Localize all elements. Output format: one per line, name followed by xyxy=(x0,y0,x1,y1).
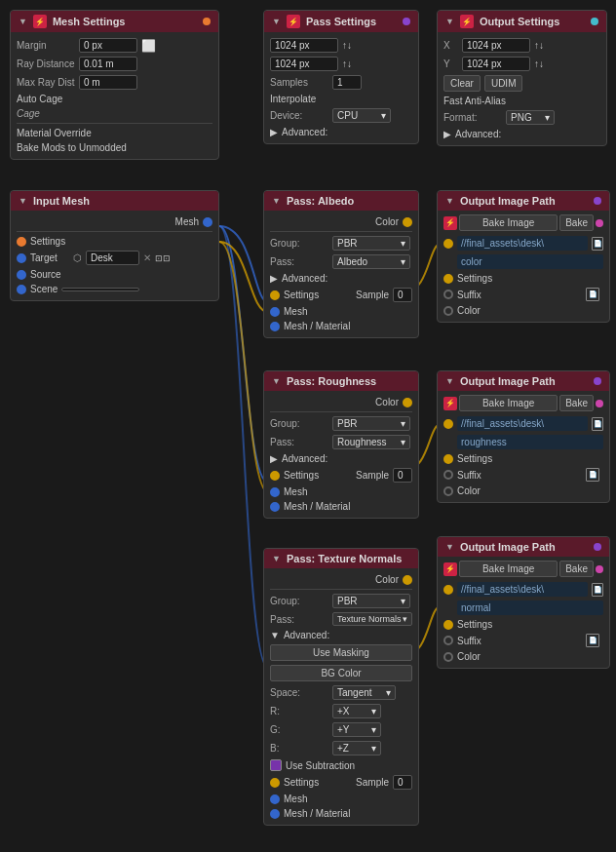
file-icon[interactable]: 📄 xyxy=(592,583,603,597)
output-advanced-arrow[interactable]: ▶ xyxy=(443,129,451,139)
path-row-2: normal xyxy=(443,599,603,617)
pass-dropdown[interactable]: Texture Normals ▾ xyxy=(332,612,412,626)
x-arrows[interactable]: ↑↓ xyxy=(534,40,544,51)
color-input-socket xyxy=(443,306,453,316)
color-socket-row: Color xyxy=(443,484,603,498)
settings-label: Settings xyxy=(284,290,352,300)
color-label: Color xyxy=(457,305,481,316)
mesh-settings-node: ▼ ⚡ Mesh Settings Margin 0 px ⬜ Ray Dist… xyxy=(10,10,219,160)
max-ray-dist-row: Max Ray Dist 0 m xyxy=(17,73,212,92)
res1-row: 1024 px ↑↓ xyxy=(270,36,412,55)
sample-input[interactable]: 0 xyxy=(393,288,412,302)
scene-input[interactable] xyxy=(61,288,139,291)
space-dropdown[interactable]: Tangent ▾ xyxy=(332,685,396,700)
settings-socket-row: Settings xyxy=(443,451,603,466)
suffix-file-icon[interactable]: 📄 xyxy=(586,634,599,647)
path-sub[interactable]: roughness xyxy=(457,435,603,449)
output-image-path-1-node: ▼ Output Image Path ⚡ Bake Image Bake //… xyxy=(437,190,610,323)
group-dropdown[interactable]: PBR ▾ xyxy=(332,594,410,608)
advanced-row: ▶ Advanced: xyxy=(270,271,412,286)
pass-dropdown[interactable]: Albedo ▾ xyxy=(332,254,410,269)
collapse-arrow[interactable]: ▼ xyxy=(19,17,27,26)
use-masking-button[interactable]: Use Masking xyxy=(270,644,412,661)
clear-button[interactable]: Clear xyxy=(443,75,481,92)
g-dropdown[interactable]: +Y ▾ xyxy=(332,722,381,737)
bake-mods-label: Bake Mods to Unmodded xyxy=(17,142,127,153)
collapse-arrow[interactable]: ▼ xyxy=(272,196,281,206)
res1-arrows[interactable]: ↑↓ xyxy=(342,40,352,51)
output-image-path-1-body: ⚡ Bake Image Bake //final_assets\desk\ 📄… xyxy=(438,211,609,322)
pass-roughness-title: Pass: Roughness xyxy=(287,375,376,387)
advanced-arrow[interactable]: ▶ xyxy=(270,453,278,464)
file-icon[interactable]: 📄 xyxy=(592,417,603,431)
advanced-arrow[interactable]: ▶ xyxy=(270,273,278,284)
pass-dropdown[interactable]: Roughness ▾ xyxy=(332,435,410,449)
res2-arrows[interactable]: ↑↓ xyxy=(342,58,352,69)
group-dropdown[interactable]: PBR ▾ xyxy=(332,236,410,251)
path-value[interactable]: //final_assets\desk\ xyxy=(457,582,588,597)
path-value[interactable]: //final_assets\desk\ xyxy=(457,416,588,431)
path-sub[interactable]: color xyxy=(457,254,603,269)
bg-color-row: BG Color xyxy=(270,663,412,683)
bake-dot xyxy=(596,565,603,573)
advanced-row: ▶ Advanced: xyxy=(270,451,412,466)
y-input[interactable]: 1024 px xyxy=(462,57,530,71)
pass-albedo-header: ▼ Pass: Albedo xyxy=(264,191,418,211)
suffix-input-socket xyxy=(443,470,453,480)
file-icon[interactable]: 📄 xyxy=(592,237,603,251)
y-arrows[interactable]: ↑↓ xyxy=(534,58,544,69)
group-dropdown[interactable]: PBR ▾ xyxy=(332,416,410,431)
margin-input[interactable]: 0 px xyxy=(79,38,137,53)
collapse-arrow[interactable]: ▼ xyxy=(445,196,454,206)
bake-image-button[interactable]: Bake Image xyxy=(459,214,558,231)
max-ray-dist-input[interactable]: 0 m xyxy=(79,75,137,90)
bake-button[interactable]: Bake xyxy=(559,214,594,231)
y-row: Y 1024 px ↑↓ xyxy=(443,55,600,73)
collapse-arrow[interactable]: ▼ xyxy=(19,196,27,206)
collapse-arrow[interactable]: ▼ xyxy=(445,17,454,26)
bake-btn-row: ⚡ Bake Image Bake xyxy=(443,561,603,577)
suffix-file-icon[interactable]: 📄 xyxy=(586,288,599,301)
output-image-path-3-header: ▼ Output Image Path xyxy=(438,537,609,557)
format-dropdown[interactable]: PNG ▾ xyxy=(506,110,555,125)
target-browse[interactable]: ⊡⊡ xyxy=(155,253,171,263)
res2-input[interactable]: 1024 px xyxy=(270,57,338,71)
samples-input[interactable]: 1 xyxy=(332,75,362,90)
use-subtraction-checkbox[interactable] xyxy=(270,759,282,771)
res1-input[interactable]: 1024 px xyxy=(270,38,338,53)
mesh-material-label: Mesh / Material xyxy=(284,808,350,819)
device-dropdown[interactable]: CPU ▾ xyxy=(332,108,391,123)
sample-input[interactable]: 0 xyxy=(393,468,412,483)
sample-input[interactable]: 0 xyxy=(393,775,412,790)
pass-roughness-node: ▼ Pass: Roughness Color Group: PBR ▾ Pas… xyxy=(263,370,419,519)
collapse-arrow[interactable]: ▼ xyxy=(272,17,281,26)
b-dropdown[interactable]: +Z ▾ xyxy=(332,741,381,755)
bg-color-button[interactable]: BG Color xyxy=(270,665,412,681)
advanced-label: Advanced: xyxy=(282,453,327,464)
collapse-arrow[interactable]: ▼ xyxy=(445,542,454,552)
advanced-arrow[interactable]: ▶ xyxy=(270,127,278,137)
res2-row: 1024 px ↑↓ xyxy=(270,55,412,73)
path-value[interactable]: //final_assets\desk\ xyxy=(457,236,588,251)
x-input[interactable]: 1024 px xyxy=(462,38,530,53)
r-dropdown[interactable]: +X ▾ xyxy=(332,704,381,718)
udim-button[interactable]: UDIM xyxy=(484,75,523,92)
interpolate-label: Interpolate xyxy=(270,94,316,104)
margin-icon[interactable]: ⬜ xyxy=(141,39,156,53)
color-input-socket xyxy=(443,652,453,662)
color-output-socket xyxy=(403,575,412,585)
target-input[interactable]: Desk xyxy=(86,251,139,265)
suffix-file-icon[interactable]: 📄 xyxy=(586,468,599,482)
pass-settings-node: ▼ ⚡ Pass Settings 1024 px ↑↓ 1024 px ↑↓ … xyxy=(263,10,419,144)
target-clear[interactable]: ✕ xyxy=(143,252,151,263)
bake-button[interactable]: Bake xyxy=(559,395,594,411)
collapse-arrow[interactable]: ▼ xyxy=(445,376,454,386)
bake-button[interactable]: Bake xyxy=(559,561,594,577)
bake-image-button[interactable]: Bake Image xyxy=(459,395,558,411)
advanced-arrow[interactable]: ▼ xyxy=(270,630,280,640)
bake-image-button[interactable]: Bake Image xyxy=(459,561,558,577)
collapse-arrow[interactable]: ▼ xyxy=(272,554,281,563)
collapse-arrow[interactable]: ▼ xyxy=(272,376,281,386)
path-sub[interactable]: normal xyxy=(457,600,603,615)
ray-distance-input[interactable]: 0.01 m xyxy=(79,57,137,71)
